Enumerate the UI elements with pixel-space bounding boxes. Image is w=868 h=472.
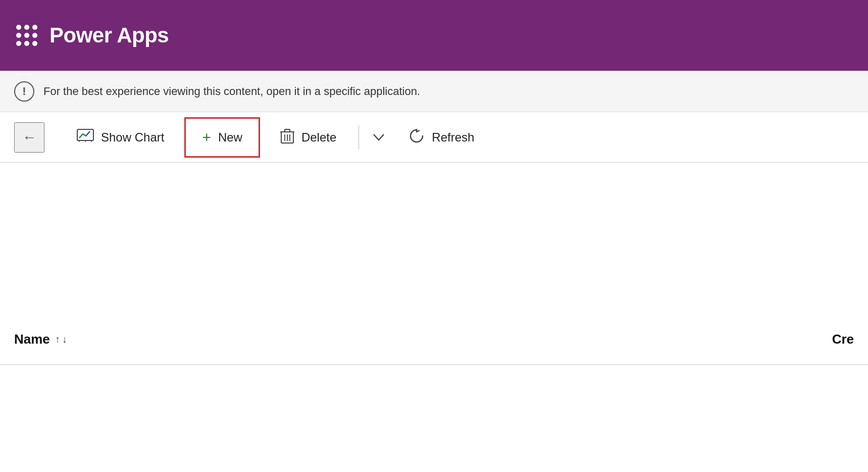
- new-label: New: [218, 130, 242, 145]
- show-chart-icon: [77, 129, 94, 146]
- refresh-button[interactable]: Refresh: [392, 112, 490, 163]
- svg-rect-7: [285, 129, 290, 132]
- plus-icon: +: [202, 129, 211, 146]
- trash-icon: [280, 128, 294, 147]
- app-title: Power Apps: [49, 23, 169, 48]
- svg-rect-0: [77, 129, 93, 140]
- show-chart-button[interactable]: Show Chart: [61, 112, 180, 163]
- info-icon: !: [14, 81, 34, 102]
- delete-label: Delete: [301, 130, 336, 145]
- info-bar: ! For the best experience viewing this c…: [0, 71, 868, 112]
- column-created: Cre: [832, 332, 868, 347]
- refresh-label: Refresh: [432, 130, 474, 145]
- toolbar: ← Show Chart + New: [0, 112, 868, 163]
- table-header: Name ↑ ↓ Cre: [0, 314, 868, 365]
- info-message: For the best experience viewing this con…: [43, 85, 420, 98]
- waffle-icon[interactable]: [16, 25, 37, 46]
- chevron-down-button[interactable]: [365, 112, 392, 163]
- show-chart-label: Show Chart: [101, 130, 164, 145]
- delete-button[interactable]: Delete: [264, 112, 352, 163]
- back-button[interactable]: ←: [14, 122, 44, 153]
- toolbar-divider: [359, 125, 359, 150]
- refresh-icon: [409, 128, 425, 147]
- back-icon: ←: [22, 129, 36, 146]
- column-name[interactable]: Name ↑ ↓: [14, 332, 67, 347]
- app-header: Power Apps: [0, 0, 868, 71]
- chevron-down-icon: [373, 131, 384, 144]
- name-column-label: Name: [14, 332, 50, 347]
- content-area: [0, 163, 868, 314]
- sort-ascending-icon: ↑: [55, 334, 60, 345]
- new-button[interactable]: + New: [184, 117, 260, 158]
- sort-descending-icon: ↓: [62, 334, 67, 345]
